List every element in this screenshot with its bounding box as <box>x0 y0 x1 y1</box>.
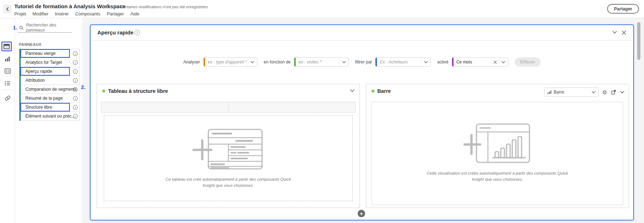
chevron-down-icon <box>592 91 595 94</box>
segment-dropdown[interactable]: Ex : Acheteurs <box>375 57 431 67</box>
chevron-down-icon[interactable] <box>499 58 508 66</box>
panels-section-title: PANNEAUX <box>19 42 42 47</box>
analysis-workspace: Tutoriel de formation à Analysis Workspa… <box>0 0 644 223</box>
clear-date-icon[interactable] <box>492 61 499 64</box>
components-rail-button[interactable] <box>3 67 12 75</box>
eraser-icon <box>4 95 11 101</box>
freeform-table-header-row <box>101 102 355 113</box>
info-icon[interactable]: i <box>73 69 78 74</box>
table-header-cell[interactable] <box>101 102 228 113</box>
panels-rail-button[interactable] <box>1 42 12 51</box>
quick-insights-panel: Aperçu rapide ? Analyser ex : type d'app… <box>90 24 634 220</box>
panel-item-attribution[interactable]: ⋮⋮ Attribution i <box>19 76 80 85</box>
info-icon[interactable]: i <box>73 51 78 56</box>
active-label: activé <box>437 60 448 65</box>
back-button[interactable] <box>3 5 11 13</box>
bar-viz-title: Barre <box>377 88 391 94</box>
menu-inserer[interactable]: Insérer <box>55 11 69 16</box>
menu-aide[interactable]: Aide <box>130 11 139 16</box>
top-bar: Tutoriel de formation à Analysis Workspa… <box>0 0 644 18</box>
panel-item-panneau-vierge[interactable]: ⋮⋮ Panneau vierge i <box>19 49 80 58</box>
table-header-cell[interactable] <box>228 102 355 113</box>
share-button[interactable]: Partager <box>607 4 639 14</box>
info-icon[interactable]: i <box>73 114 78 119</box>
favorite-star-icon[interactable]: ☆ <box>105 3 110 10</box>
list-rail-button[interactable] <box>3 79 12 87</box>
against-label: en fonction de <box>264 60 291 65</box>
drag-dots-icon: ⋮⋮ <box>22 97 24 100</box>
info-icon[interactable]: i <box>73 87 78 92</box>
eraser-rail-button[interactable] <box>3 94 12 102</box>
settings-gear-icon[interactable]: ⚙ <box>602 90 607 95</box>
chevron-down-icon <box>350 89 354 92</box>
expand-icon[interactable] <box>611 90 616 95</box>
info-icon[interactable]: i <box>73 96 78 101</box>
freeform-placeholder-text: Ce tableau est créé automatiquement à pa… <box>165 176 291 188</box>
info-icon[interactable]: i <box>73 60 78 65</box>
rail-divider <box>3 90 13 90</box>
table-placeholder-illustration <box>193 127 264 171</box>
drag-dots-icon: ⋮⋮ <box>22 61 24 64</box>
filter-by-label: filtrer par <box>355 60 372 65</box>
info-icon[interactable]: i <box>73 105 78 110</box>
chevron-down-icon <box>612 31 617 34</box>
bar-placeholder-text: Cette visualisation est créée automatiqu… <box>421 170 575 182</box>
drag-dots-icon: ⋮⋮ <box>22 88 24 91</box>
menu-bar: Projet Modifier Insérer Composants Parta… <box>14 11 139 16</box>
panel-title: Aperçu rapide <box>97 29 134 35</box>
menu-projet[interactable]: Projet <box>14 11 26 16</box>
chevron-down-icon[interactable] <box>339 58 348 66</box>
freeform-table-title: Tableau à structure libre <box>108 88 168 94</box>
panel-item-element-suivant[interactable]: ⋮⋮ Élément suivant ou préc... i <box>19 112 80 121</box>
dimension-dropdown[interactable]: ex : type d'appareil * <box>203 57 257 67</box>
freeform-table-card: Tableau à structure libre <box>97 84 360 208</box>
drag-dots-icon: ⋮⋮ <box>22 106 24 109</box>
panel-item-resume-de-la-page[interactable]: ⋮⋮ Résumé de la page i <box>19 94 80 103</box>
info-icon[interactable]: i <box>73 78 78 83</box>
menu-composants[interactable]: Composants <box>75 11 100 16</box>
analyze-label: Analyser <box>183 60 200 65</box>
help-icon[interactable]: ? <box>135 30 140 35</box>
panel-item-analytics-for-target[interactable]: ⋮⋮ Analytics for Target i <box>19 58 80 67</box>
panel-list: ⋮⋮ Panneau vierge i ⋮⋮ Analytics for Tar… <box>19 49 80 121</box>
segments-table-icon <box>5 68 11 73</box>
menu-modifier[interactable]: Modifier <box>33 11 48 16</box>
drag-dots-icon: ⋮⋮ <box>22 115 24 118</box>
list-icon <box>5 81 10 86</box>
viz-type-dropdown[interactable]: Barre <box>544 87 599 97</box>
collapse-panel-button[interactable] <box>612 31 617 34</box>
collapse-viz-button[interactable] <box>350 89 354 92</box>
plus-icon <box>464 135 480 154</box>
chevron-left-icon <box>6 7 9 11</box>
quick-insights-builder: Analyser ex : type d'appareil * en fonct… <box>91 57 633 67</box>
annotation-step-1: 1. <box>13 24 18 30</box>
metric-dropdown[interactable]: ex : visites * <box>294 57 349 67</box>
vertical-scrollbar[interactable] <box>637 22 640 60</box>
chart-placeholder-illustration <box>464 122 532 165</box>
chevron-down-icon <box>620 91 624 94</box>
visualizations-rail-button[interactable] <box>3 54 12 63</box>
panel-header: Aperçu rapide ? <box>91 25 633 41</box>
freeform-drop-zone[interactable]: Ce tableau est créé automatiquement à pa… <box>104 115 353 201</box>
panel-item-apercu-rapide[interactable]: ⋮⋮ Aperçu rapide i <box>19 67 80 76</box>
panels-sidebar: Rechercher des panneaux PANNEAUX ⋮⋮ Pann… <box>15 18 82 223</box>
panel-search-field[interactable]: Rechercher des panneaux <box>18 23 72 33</box>
viz-controls: Barre ⚙ <box>544 87 624 97</box>
search-placeholder: Rechercher des panneaux <box>26 23 71 33</box>
close-icon <box>622 30 626 35</box>
panel-item-structure-libre[interactable]: ⋮⋮ Structure libre i <box>19 103 80 112</box>
chevron-down-icon[interactable] <box>248 58 257 66</box>
panel-item-comparaison-de-segments[interactable]: ⋮⋮ Comparaison de segments i <box>19 85 80 94</box>
bar-viz-drop-zone[interactable]: Cette visualisation est créée automatiqu… <box>372 102 623 205</box>
clear-button[interactable]: Effacer <box>515 57 541 67</box>
chevron-down-icon[interactable] <box>421 58 430 66</box>
left-icon-rail <box>0 18 15 223</box>
menu-partager[interactable]: Partager <box>107 11 124 16</box>
collapse-viz-button[interactable] <box>620 91 624 94</box>
bar-viz-card: Barre Barre ⚙ <box>366 84 629 208</box>
unsaved-changes-notice: Certaines modifications n'ont pas été en… <box>121 5 209 9</box>
add-visualization-button[interactable]: + <box>358 210 365 217</box>
close-panel-button[interactable] <box>622 30 626 35</box>
drag-dots-icon: ⋮⋮ <box>22 79 24 82</box>
date-range-dropdown[interactable]: Ce mois <box>452 57 508 67</box>
